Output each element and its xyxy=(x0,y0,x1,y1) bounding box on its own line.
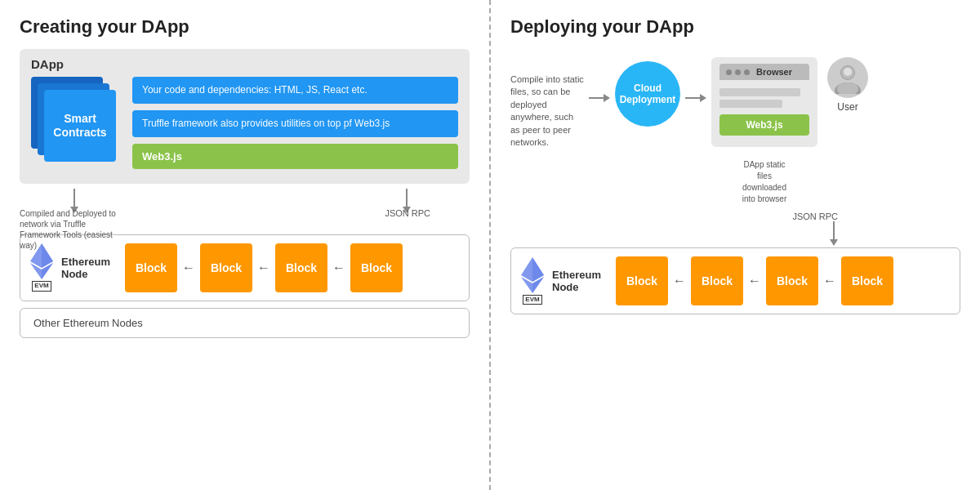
eth-logo-right: EVM xyxy=(521,257,544,305)
eth-node-label-left: EthereumNode xyxy=(61,256,110,280)
block-arrow-2: ← xyxy=(257,261,270,275)
eth-logo-left: EVM xyxy=(30,243,53,292)
dapp-static-text: DApp static files downloaded into browse… xyxy=(736,159,793,205)
block-4-right: Block xyxy=(841,256,893,305)
user-avatar: User xyxy=(827,57,868,113)
browser-column: Browser Web3.js DApp static files downlo… xyxy=(711,57,817,205)
json-rpc-arrow xyxy=(830,221,838,246)
block-arrow-r1: ← xyxy=(673,274,686,288)
block-3-right: Block xyxy=(766,256,818,305)
eth-diamond-icon-right xyxy=(521,257,544,293)
block-arrow-1: ← xyxy=(182,261,195,275)
cloud-deployment-circle: Cloud Deployment xyxy=(615,61,680,127)
block-arrow-3: ← xyxy=(332,261,345,275)
code-dependencies-box: Your code and dependencies: HTML, JS, Re… xyxy=(132,77,458,104)
browser-content: Web3.js xyxy=(719,85,809,139)
web3js-box-left: Web3.js xyxy=(132,144,458,169)
other-nodes-box: Other Ethereum Nodes xyxy=(20,308,470,338)
compile-text: Compile into static files, so can be dep… xyxy=(510,74,584,149)
cloud-to-browser-arrow xyxy=(685,94,706,102)
dapp-box: DApp Smart Contracts Your code and depen… xyxy=(20,49,470,184)
blocks-row-left: Block ← Block ← Block ← Block xyxy=(125,243,403,292)
user-person-icon xyxy=(831,61,864,94)
web3js-browser: Web3.js xyxy=(719,114,809,136)
eth-node-label-right: EthereumNode xyxy=(552,269,601,293)
dapp-label: DApp xyxy=(31,57,64,71)
block-2-right: Block xyxy=(691,256,743,305)
right-arrow-label: JSON RPC xyxy=(385,208,430,218)
deploying-title: Deploying your DApp xyxy=(510,16,960,38)
browser-title: Browser xyxy=(756,67,792,77)
svg-point-7 xyxy=(844,68,852,76)
json-rpc-label: JSON RPC xyxy=(792,212,838,221)
blocks-row-right: Block ← Block ← Block ← Block xyxy=(616,256,893,305)
user-label: User xyxy=(837,101,858,113)
block-2-left: Block xyxy=(200,243,252,292)
creating-title: Creating your DApp xyxy=(20,16,470,38)
dapp-right-boxes: Your code and dependencies: HTML, JS, Re… xyxy=(132,77,458,169)
avatar-circle xyxy=(827,57,868,98)
deploying-dapp-section: Deploying your DApp Compile into static … xyxy=(491,0,980,490)
block-arrow-r2: ← xyxy=(748,274,761,288)
sc-card-front: Smart Contracts xyxy=(44,90,116,162)
compile-to-cloud-arrow xyxy=(589,94,610,102)
smart-contracts-stack: Smart Contracts xyxy=(31,77,121,167)
deploy-content-row: Compile into static files, so can be dep… xyxy=(510,49,960,205)
block-4-left: Block xyxy=(350,243,403,292)
eth-node-box-right: EVM EthereumNode Block ← Block ← Block ←… xyxy=(510,247,960,314)
browser-box: Browser Web3.js xyxy=(711,57,817,147)
browser-dot-1 xyxy=(726,69,732,75)
evm-icon-left: EVM xyxy=(32,281,51,292)
smart-contracts-label: Smart Contracts xyxy=(53,112,106,140)
left-arrow-label: Compiled and Deployed to network via Tru… xyxy=(20,208,118,251)
creating-dapp-section: Creating your DApp DApp Smart Contracts … xyxy=(0,0,491,490)
json-rpc-section: JSON RPC xyxy=(510,212,960,246)
evm-icon-right: EVM xyxy=(523,295,541,305)
block-1-right: Block xyxy=(616,256,668,305)
block-1-left: Block xyxy=(125,243,177,292)
block-3-left: Block xyxy=(275,243,327,292)
browser-titlebar: Browser xyxy=(719,64,809,80)
block-arrow-r3: ← xyxy=(823,274,836,288)
browser-dot-2 xyxy=(735,69,741,75)
truffle-box: Truffle framework also provides utilitie… xyxy=(132,110,458,137)
browser-dot-3 xyxy=(744,69,750,75)
